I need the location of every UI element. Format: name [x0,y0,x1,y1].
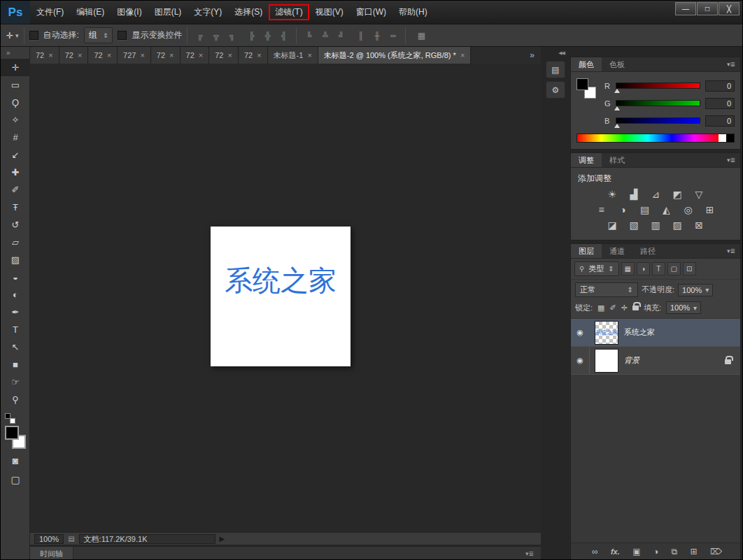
distribute-top-edges-button[interactable]: ╚ [302,28,316,43]
tab-close-icon[interactable]: × [78,51,82,59]
menu-view[interactable]: 视图(V) [309,1,350,24]
tool-preset-well[interactable]: ✛ ▾ [6,31,19,41]
properties-panel-button[interactable]: ⚙ [546,81,565,99]
lasso-tool-button[interactable]: Ϙ [1,94,30,111]
spectrum-white-swatch[interactable] [719,134,726,142]
maximize-button[interactable]: □ [697,2,718,15]
curves-icon[interactable]: ⊿ [649,189,662,200]
add-layer-mask-icon[interactable]: ▣ [632,547,640,557]
slider-handle[interactable] [614,89,620,93]
gradient-tool-button[interactable]: ▨ [1,251,30,268]
link-layers-icon[interactable]: ∞ [592,547,598,557]
black-white-icon[interactable]: ▤ [639,204,651,215]
spectrum-gradient[interactable] [577,134,719,142]
red-value-field[interactable]: 0 [705,80,735,92]
brightness-contrast-icon[interactable]: ☀ [606,189,618,200]
screen-mode-button[interactable]: ▢ [1,470,30,489]
lock-position-icon[interactable]: ✛ [621,303,628,313]
threshold-icon[interactable]: ▥ [649,220,662,231]
type-tool-button[interactable]: T [1,321,30,338]
rectangle-tool-button[interactable]: ■ [1,356,30,373]
zoom-level-field[interactable]: 100% [34,534,64,544]
distribute-bottom-edges-button[interactable]: ╝ [334,28,348,43]
lock-all-icon[interactable] [632,306,639,310]
timeline-menu-icon[interactable]: ▾≣ [518,547,541,560]
history-brush-tool-button[interactable]: ↺ [1,216,30,234]
menu-filter[interactable]: 滤镜(T) [269,4,309,20]
panel-menu-icon[interactable]: ▾≣ [722,153,740,167]
eraser-tool-button[interactable]: ▱ [1,234,30,251]
tab-layers[interactable]: 图层 [571,244,602,258]
minimize-button[interactable]: — [675,2,696,15]
document-canvas[interactable]: 系统之家 [211,227,351,366]
hue-saturation-icon[interactable]: ≡ [595,204,608,215]
align-top-edges-button[interactable]: ╠ [244,28,259,43]
lock-transparent-pixels-icon[interactable]: ▦ [597,303,604,313]
auto-align-layers-button[interactable]: ▦ [411,28,432,43]
tab-adjustments[interactable]: 调整 [571,153,602,167]
tab-close-icon[interactable]: × [257,51,261,59]
tab-styles[interactable]: 样式 [602,153,632,167]
canvas-area[interactable]: 系统之家 [30,64,541,532]
show-transform-checkbox[interactable] [118,31,127,40]
vibrance-icon[interactable]: ▽ [693,189,705,200]
tab-close-icon[interactable]: × [460,51,465,59]
menu-edit[interactable]: 编辑(E) [70,1,111,24]
tab-close-icon[interactable]: × [107,51,111,59]
quick-selection-tool-button[interactable]: ✧ [1,111,30,129]
posterize-icon[interactable]: ▧ [628,220,640,231]
toolbar-collapse-icon[interactable]: » [1,47,29,59]
selective-color-icon[interactable]: ⊠ [693,220,705,231]
tab-overflow-icon[interactable]: » [523,47,541,64]
blue-value-field[interactable]: 0 [705,115,735,127]
panel-menu-icon[interactable]: ▾≣ [722,244,740,258]
distribute-vertical-centers-button[interactable]: ╩ [318,28,332,43]
color-balance-icon[interactable]: ◑ [617,204,630,215]
filter-adjustment-layers-icon[interactable]: ◑ [637,262,650,275]
document-tab[interactable]: 未标题-1 × [268,47,318,64]
path-selection-tool-button[interactable]: ↖ [1,338,30,356]
exposure-icon[interactable]: ◩ [671,189,684,200]
close-button[interactable]: ╳ [719,2,740,15]
new-adjustment-layer-icon[interactable]: ◑ [653,547,658,557]
invert-icon[interactable]: ◪ [606,220,618,231]
slider-handle[interactable] [614,124,620,128]
tab-close-icon[interactable]: × [307,51,311,59]
layer-filter-dropdown[interactable]: ⚲ 类型 ⇕ [574,261,619,276]
menu-file[interactable]: 文件(F) [30,1,70,24]
menu-type[interactable]: 文字(Y) [187,1,228,24]
distribute-left-edges-button[interactable]: ║ [353,28,368,43]
levels-icon[interactable]: ▟ [628,189,640,200]
pen-tool-button[interactable]: ✒ [1,303,30,321]
menu-help[interactable]: 帮助(H) [392,1,434,24]
red-slider[interactable] [616,82,700,89]
layer-row-text[interactable]: ◉ 系统之家 系统之家 [571,319,740,347]
move-tool-button[interactable]: ✛ [1,59,30,76]
document-tab[interactable]: 72 × [239,47,268,64]
new-group-icon[interactable]: ⧉ [672,547,678,557]
align-horizontal-centers-button[interactable]: ╦ [208,28,223,43]
default-colors-icon[interactable] [5,413,15,424]
align-left-edges-button[interactable]: ╔ [192,28,207,43]
history-panel-button[interactable]: ▤ [546,61,565,78]
document-tab[interactable]: 727 × [118,47,151,64]
tab-close-icon[interactable]: × [169,51,174,59]
gradient-map-icon[interactable]: ▨ [671,220,684,231]
color-lookup-icon[interactable]: ⊞ [704,204,716,215]
spectrum-black-swatch[interactable] [726,134,734,142]
auto-select-checkbox[interactable] [29,31,38,40]
tab-channels[interactable]: 通道 [602,244,632,258]
layer-thumbnail[interactable]: 系统之家 [595,321,618,345]
visibility-eye-icon[interactable]: ◉ [571,319,590,346]
layer-row-background[interactable]: ◉ 背景 [571,347,740,375]
document-tab[interactable]: 72 × [209,47,239,64]
filter-smart-objects-icon[interactable]: ⊡ [683,262,696,275]
layer-name[interactable]: 系统之家 [624,327,655,338]
delete-layer-icon[interactable]: ⌦ [710,547,722,557]
align-vertical-centers-button[interactable]: ╬ [260,28,275,43]
eyedropper-tool-button[interactable]: ↙ [1,146,30,164]
document-tab[interactable]: 72 × [30,47,59,64]
document-tab[interactable]: 72 × [151,47,181,64]
status-options-arrow-icon[interactable]: ▶ [220,535,225,543]
rectangular-marquee-tool-button[interactable]: ▭ [1,76,30,94]
